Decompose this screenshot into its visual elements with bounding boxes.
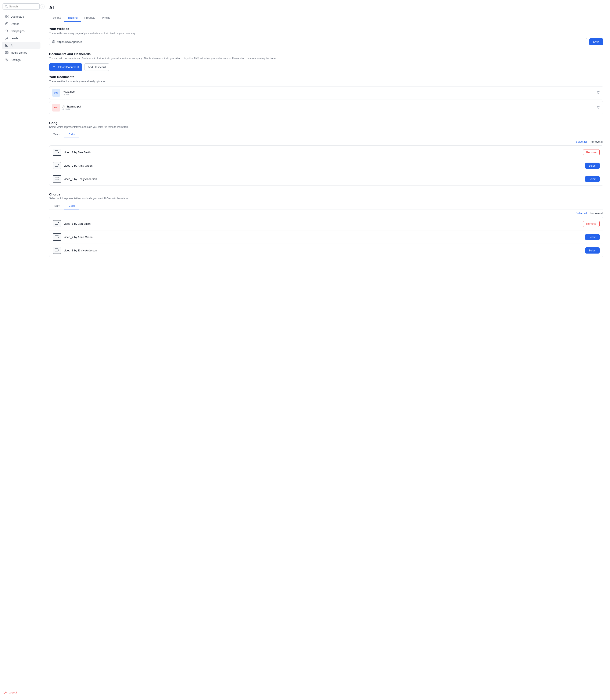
gong-video-name-2: video_3 by Emily Anderson (64, 177, 583, 181)
tab-scripts[interactable]: Scripts (49, 14, 64, 22)
chorus-video-name-1: video_2 by Anna Green (64, 235, 583, 239)
chorus-select-button-2[interactable]: Select (585, 247, 600, 253)
video-thumbnail-2 (53, 175, 61, 183)
chorus-section: Chorus Select which representatives and … (49, 192, 603, 257)
gong-select-button-1[interactable]: Select (585, 162, 600, 169)
svg-rect-4 (7, 17, 8, 18)
chorus-tab-team[interactable]: Team (49, 202, 64, 209)
chorus-remove-button-0[interactable]: Remove (583, 221, 600, 227)
sidebar-item-dashboard[interactable]: Dashboard (2, 13, 41, 20)
svg-point-10 (6, 59, 7, 60)
video-thumbnail-0 (53, 149, 61, 156)
main-content: AI Scripts Training Products Pricing You… (42, 0, 610, 700)
sidebar-item-label: Leads (11, 37, 18, 40)
leads-icon (5, 36, 9, 40)
gong-sub-tabs: Team Calls (49, 131, 603, 138)
gong-tab-calls[interactable]: Calls (64, 131, 79, 138)
gong-remove-all-button[interactable]: Remove all (590, 140, 603, 143)
sidebar-bottom: Logout (0, 688, 42, 697)
chorus-desc: Select which representatives and calls y… (49, 197, 603, 200)
website-section: Your Website The AI will crawl every pag… (49, 27, 603, 45)
search-bar[interactable] (2, 3, 39, 10)
sidebar-item-label: AI (11, 44, 13, 47)
gong-actions-row: Select all Remove all (49, 138, 603, 145)
campaigns-icon (5, 29, 9, 33)
chorus-tab-calls[interactable]: Calls (64, 202, 79, 209)
sidebar-item-settings[interactable]: Settings (2, 57, 41, 63)
chorus-video-name-2: video_3 by Emily Anderson (64, 249, 583, 252)
gong-video-name-0: video_1 by Ben Smith (64, 151, 581, 154)
gong-select-button-2[interactable]: Select (585, 176, 600, 182)
sidebar-collapse-button[interactable] (40, 4, 45, 9)
svg-rect-2 (7, 15, 8, 16)
doc-delete-button-0[interactable] (597, 91, 600, 95)
logout-button[interactable]: Logout (3, 691, 39, 694)
doc-delete-button-1[interactable] (597, 106, 600, 110)
chorus-video-item-2: video_3 by Emily Anderson Select (49, 244, 603, 257)
sidebar-item-demos[interactable]: Demos (2, 20, 41, 27)
gong-desc: Select which representatives and calls y… (49, 125, 603, 128)
chorus-video-thumbnail-0 (53, 220, 61, 227)
save-button[interactable]: Save (589, 38, 603, 45)
sidebar-item-label: Demos (11, 22, 19, 26)
svg-point-5 (5, 22, 8, 25)
chorus-select-all-button[interactable]: Select all (576, 212, 587, 215)
ai-icon (5, 44, 9, 47)
sidebar-item-ai[interactable]: AI (2, 42, 41, 49)
doc-info: FAQs.doc 16 MB (63, 90, 594, 96)
gong-title: Gong (49, 121, 603, 125)
gong-select-all-button[interactable]: Select all (576, 140, 587, 143)
svg-rect-15 (55, 222, 58, 224)
video-thumb-icon (55, 235, 59, 239)
video-thumb-icon (55, 177, 59, 181)
chorus-video-item-0: video_1 by Ben Smith Remove (49, 217, 603, 230)
doc-size: 16 MB (63, 93, 594, 96)
svg-rect-1 (5, 15, 6, 16)
chorus-sub-tabs: Team Calls (49, 202, 603, 209)
website-section-desc: The AI will crawl every page of your web… (49, 31, 603, 35)
svg-point-6 (6, 23, 7, 24)
tab-training[interactable]: Training (64, 14, 81, 22)
gong-video-item-0: video_1 by Ben Smith Remove (49, 146, 603, 159)
svg-rect-17 (55, 249, 58, 251)
tab-pricing[interactable]: Pricing (99, 14, 114, 22)
chorus-video-thumbnail-1 (53, 233, 61, 240)
chorus-video-item-1: video_2 by Anna Green Select (49, 230, 603, 244)
tab-products[interactable]: Products (81, 14, 98, 22)
video-thumb-icon (55, 164, 59, 168)
globe-icon (52, 40, 55, 44)
doc-file-icon: DOC (52, 89, 60, 97)
gong-tab-team[interactable]: Team (49, 131, 64, 138)
website-input-wrapper[interactable] (49, 38, 587, 45)
upload-document-button[interactable]: Upload Document (49, 63, 82, 71)
chorus-video-name-0: video_1 by Ben Smith (64, 222, 581, 225)
chorus-actions-row: Select all Remove all (49, 209, 603, 217)
doc-name: AI_Training.pdf (63, 105, 594, 108)
video-thumbnail-1 (53, 162, 61, 169)
gong-video-item-1: video_2 by Anna Green Select (49, 159, 603, 172)
svg-rect-3 (5, 17, 6, 18)
svg-point-7 (6, 37, 7, 38)
gong-remove-button-0[interactable]: Remove (583, 149, 600, 155)
add-flashcard-button[interactable]: Add Flashcard (84, 63, 109, 71)
doc-size: 4.2 MB (63, 108, 594, 111)
gong-video-list: video_1 by Ben Smith Remove video_2 by A… (49, 145, 603, 186)
sidebar-item-label: Campaigns (11, 30, 25, 33)
video-thumb-icon (55, 150, 59, 154)
search-input[interactable] (9, 5, 37, 8)
sidebar-item-media-library[interactable]: Media Library (2, 49, 41, 56)
website-section-title: Your Website (49, 27, 603, 31)
sidebar-item-campaigns[interactable]: Campaigns (2, 28, 41, 34)
gong-section: Gong Select which representatives and ca… (49, 121, 603, 186)
chorus-video-thumbnail-2 (53, 247, 61, 254)
svg-rect-14 (55, 177, 58, 180)
chorus-select-button-1[interactable]: Select (585, 234, 600, 240)
website-url-input[interactable] (57, 40, 584, 44)
chorus-title: Chorus (49, 192, 603, 196)
sidebar-item-leads[interactable]: Leads (2, 35, 41, 42)
sidebar-item-label: Dashboard (11, 15, 24, 18)
logout-label: Logout (9, 691, 17, 694)
sidebar-item-label: Media Library (11, 51, 27, 54)
chorus-remove-all-button[interactable]: Remove all (590, 212, 603, 215)
logout-icon (3, 691, 7, 694)
